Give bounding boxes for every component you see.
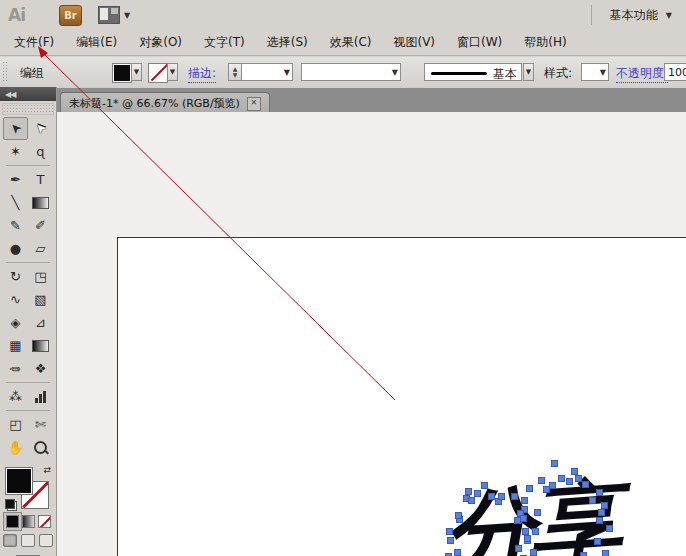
line-segment-tool[interactable]: ╲ xyxy=(3,191,28,214)
anchor-point[interactable] xyxy=(544,487,549,492)
eyedropper-tool[interactable]: ✐ xyxy=(3,357,28,380)
swap-fill-stroke-icon[interactable]: ⇄ xyxy=(43,465,51,475)
lasso-tool[interactable]: ɋ xyxy=(28,140,53,163)
hand-tool[interactable]: ✋ xyxy=(3,436,28,459)
bridge-button[interactable]: Br xyxy=(59,5,82,26)
document-tab[interactable]: 未标题-1* @ 66.67% (RGB/预览) ✕ xyxy=(60,92,270,114)
anchor-point[interactable] xyxy=(590,498,595,503)
selection-tool[interactable]: ➤ xyxy=(3,117,28,140)
rectangle-tool[interactable] xyxy=(28,191,53,214)
anchor-point[interactable] xyxy=(489,494,494,499)
anchor-point[interactable] xyxy=(602,503,607,508)
opacity-input[interactable]: 100 xyxy=(664,63,686,81)
anchor-point[interactable] xyxy=(567,479,572,484)
close-icon[interactable]: ✕ xyxy=(247,97,261,111)
column-graph-tool[interactable] xyxy=(28,385,53,408)
anchor-point[interactable] xyxy=(533,529,538,534)
color-button[interactable] xyxy=(6,515,19,528)
anchor-point[interactable] xyxy=(469,498,474,503)
width-profile-select[interactable]: ▼ xyxy=(301,63,401,81)
draw-behind-button[interactable] xyxy=(21,534,35,547)
menu-item-6[interactable]: 视图(V) xyxy=(393,34,435,51)
artboard-tool[interactable]: ◰ xyxy=(3,413,28,436)
anchor-point[interactable] xyxy=(455,550,460,555)
anchor-point[interactable] xyxy=(595,539,600,544)
stroke-color-dropdown[interactable]: ▼ xyxy=(167,63,178,81)
artboard[interactable]: 分享 xyxy=(117,237,686,556)
menu-item-0[interactable]: 文件(F) xyxy=(14,34,54,51)
scale-tool[interactable]: ◳ xyxy=(28,265,53,288)
anchor-point[interactable] xyxy=(531,550,536,555)
draw-normal-button[interactable] xyxy=(3,534,17,547)
drag-handle[interactable] xyxy=(2,61,9,83)
menu-item-4[interactable]: 选择(S) xyxy=(267,34,308,51)
stroke-weight-stepper[interactable]: ▲▼ xyxy=(228,63,242,81)
menu-item-2[interactable]: 对象(O) xyxy=(139,34,182,51)
anchor-point[interactable] xyxy=(535,510,540,515)
free-transform-tool[interactable]: ▧ xyxy=(28,288,53,311)
pencil-tool[interactable]: ✐ xyxy=(28,214,53,237)
anchor-point[interactable] xyxy=(527,486,532,491)
menu-item-7[interactable]: 窗口(W) xyxy=(457,34,502,51)
zoom-tool[interactable] xyxy=(28,436,53,459)
anchor-point[interactable] xyxy=(597,490,602,495)
paintbrush-tool[interactable]: ✎ xyxy=(3,214,28,237)
anchor-point[interactable] xyxy=(521,516,526,521)
menu-item-1[interactable]: 编辑(E) xyxy=(76,34,117,51)
direct-selection-tool[interactable]: ➤ xyxy=(28,117,53,140)
brush-definition-select[interactable]: 基本 xyxy=(424,63,522,81)
menu-item-3[interactable]: 文字(T) xyxy=(204,34,245,51)
stroke-weight-input[interactable]: ▼ xyxy=(241,63,293,81)
arrange-documents-button[interactable]: ▼ xyxy=(98,6,130,24)
anchor-point[interactable] xyxy=(448,538,453,543)
fill-color-dropdown[interactable]: ▼ xyxy=(131,63,142,81)
opacity-panel-link[interactable]: 不透明度: xyxy=(616,65,668,83)
anchor-point[interactable] xyxy=(515,518,520,523)
anchor-point[interactable] xyxy=(475,491,480,496)
panel-header[interactable]: ◀◀ xyxy=(0,87,56,101)
symbol-sprayer-tool[interactable]: ⁂ xyxy=(3,385,28,408)
width-tool[interactable]: ∿ xyxy=(3,288,28,311)
blend-tool[interactable]: ❖ xyxy=(28,357,53,380)
stroke-panel-link[interactable]: 描边: xyxy=(188,65,216,83)
anchor-point[interactable] xyxy=(607,526,612,531)
anchor-point[interactable] xyxy=(581,553,586,556)
fill-proxy[interactable] xyxy=(5,467,33,495)
anchor-point[interactable] xyxy=(516,546,521,551)
anchor-point[interactable] xyxy=(482,483,487,488)
anchor-point[interactable] xyxy=(499,494,504,499)
draw-inside-button[interactable] xyxy=(39,534,53,547)
anchor-point[interactable] xyxy=(597,518,602,523)
canvas-area[interactable]: 分享 xyxy=(57,112,686,556)
anchor-point[interactable] xyxy=(496,499,501,504)
brush-definition-dropdown[interactable]: ▼ xyxy=(523,63,534,81)
fill-color-swatch[interactable] xyxy=(112,63,132,83)
anchor-point[interactable] xyxy=(466,489,471,494)
anchor-point[interactable] xyxy=(583,482,588,487)
shape-builder-tool[interactable]: ◈ xyxy=(3,311,28,334)
menu-item-5[interactable]: 效果(C) xyxy=(330,34,372,51)
type-tool[interactable]: T xyxy=(28,168,53,191)
mesh-tool[interactable]: ▦ xyxy=(3,334,28,357)
rotate-tool[interactable]: ↻ xyxy=(3,265,28,288)
default-fill-stroke-icon[interactable] xyxy=(5,499,17,511)
slice-tool[interactable]: ✄ xyxy=(28,413,53,436)
gradient-tool[interactable] xyxy=(28,334,53,357)
anchor-point[interactable] xyxy=(512,494,517,499)
anchor-point[interactable] xyxy=(576,476,581,481)
anchor-point[interactable] xyxy=(447,529,452,534)
anchor-point[interactable] xyxy=(522,498,527,503)
anchor-point[interactable] xyxy=(456,513,461,518)
anchor-point[interactable] xyxy=(525,536,530,541)
anchor-point[interactable] xyxy=(572,469,577,474)
anchor-point[interactable] xyxy=(550,483,555,488)
stroke-color-swatch[interactable] xyxy=(148,63,168,83)
magic-wand-tool[interactable]: ✶ xyxy=(3,140,28,163)
pen-tool[interactable]: ✒ xyxy=(3,168,28,191)
anchor-point[interactable] xyxy=(539,478,544,483)
panel-drag-handle[interactable] xyxy=(2,103,54,115)
gradient-button[interactable] xyxy=(22,515,35,528)
eraser-tool[interactable]: ▱ xyxy=(28,237,53,260)
anchor-point[interactable] xyxy=(599,510,604,515)
anchor-point[interactable] xyxy=(559,476,564,481)
